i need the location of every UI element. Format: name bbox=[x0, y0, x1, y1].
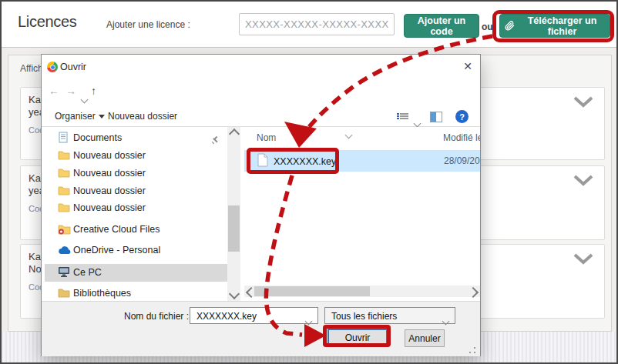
file-modified-date: 28/09/201 bbox=[444, 155, 480, 166]
dialog-title: Ouvrir bbox=[60, 62, 86, 72]
pin-icon bbox=[211, 133, 220, 147]
filename-label: Nom du fichier : bbox=[124, 311, 189, 322]
folder-icon bbox=[58, 149, 70, 162]
resize-grip[interactable] bbox=[469, 347, 475, 353]
sidebar-item-label: Nouveau dossier bbox=[73, 202, 146, 213]
preview-pane-icon[interactable] bbox=[430, 112, 442, 122]
file-row-key[interactable]: XXXXXXX.key 28/09/201 bbox=[244, 150, 480, 172]
paperclip-icon bbox=[505, 21, 515, 31]
scroll-up-icon[interactable] bbox=[229, 129, 240, 139]
add-license-label: Ajouter une licence : bbox=[106, 19, 190, 30]
sidebar-scrollbar[interactable] bbox=[227, 127, 240, 301]
sidebar-item-nouveau-dossier[interactable]: Nouveau dossier bbox=[42, 167, 226, 181]
chrome-icon bbox=[47, 62, 58, 72]
file-name: XXXXXXX.key bbox=[274, 156, 336, 167]
sidebar-item-label: Nouveau dossier bbox=[73, 150, 146, 161]
card-title-fragment: Ka bbox=[29, 251, 41, 262]
sidebar-item-label: Documents bbox=[73, 132, 122, 143]
documents-icon bbox=[58, 132, 70, 144]
sidebar-item-creative-cloud-files[interactable]: Creative Cloud Files bbox=[42, 223, 226, 237]
up-arrow-icon[interactable]: ↑ bbox=[91, 85, 96, 97]
cancel-button[interactable]: Annuler bbox=[405, 329, 445, 347]
licences-page: Licences Ajouter une licence : Ajouter u… bbox=[0, 0, 618, 364]
column-chevron-icon[interactable] bbox=[346, 127, 351, 141]
scroll-right-icon[interactable] bbox=[468, 287, 479, 298]
onedrive-cloud-icon bbox=[58, 244, 70, 256]
sidebar-item-label: Nouveau dossier bbox=[73, 168, 146, 179]
open-file-dialog: Ouvrir ✕ ← → ↑ « KES 10 clés › 00000001 bbox=[41, 54, 481, 356]
top-bar: Licences Ajouter une licence : Ajouter u… bbox=[2, 2, 616, 48]
view-mode-icon[interactable] bbox=[397, 112, 408, 122]
chevron-down-icon[interactable] bbox=[306, 313, 311, 327]
sidebar-item-bibliotheques[interactable]: Bibliothèques bbox=[42, 287, 226, 301]
organize-label: Organiser bbox=[55, 111, 96, 122]
add-code-label: Ajouter un code bbox=[409, 15, 474, 37]
back-arrow-icon[interactable]: ← bbox=[49, 85, 59, 97]
chevron-down-icon bbox=[443, 313, 448, 327]
card-title-fragment: Ka bbox=[29, 94, 41, 105]
sidebar-item-nouveau-dossier[interactable]: Nouveau dossier bbox=[42, 202, 226, 215]
scrollbar-thumb[interactable] bbox=[228, 205, 240, 252]
chevron-down-icon[interactable] bbox=[573, 252, 593, 265]
chevron-down-icon[interactable] bbox=[573, 95, 593, 108]
card-title-fragment: No bbox=[29, 263, 42, 275]
folder-icon bbox=[58, 185, 70, 197]
forward-arrow-icon[interactable]: → bbox=[65, 85, 76, 97]
caret-down-icon bbox=[99, 115, 105, 119]
sidebar-item-label: Nouveau dossier bbox=[73, 185, 146, 196]
folder-icon bbox=[58, 202, 70, 214]
upload-file-button[interactable]: Télécharger un fichier bbox=[499, 14, 610, 38]
filename-combobox[interactable] bbox=[190, 307, 318, 324]
chevron-down-icon[interactable] bbox=[573, 174, 593, 186]
organize-menu[interactable]: Organiser bbox=[55, 111, 105, 122]
cancel-button-label: Annuler bbox=[408, 333, 440, 344]
scroll-down-icon[interactable] bbox=[229, 289, 240, 299]
history-dropdown-icon[interactable] bbox=[82, 92, 87, 105]
or-text: ou bbox=[482, 22, 493, 32]
creative-cloud-folder-icon bbox=[58, 223, 70, 235]
filelist-horizontal-scrollbar[interactable] bbox=[244, 286, 480, 297]
libraries-folder-icon bbox=[58, 287, 70, 299]
dialog-toolbar: Organiser Nouveau dossier ? bbox=[42, 107, 480, 127]
open-button-label: Ouvrir bbox=[345, 332, 371, 343]
sidebar-item-ce-pc[interactable]: Ce PC bbox=[42, 266, 226, 280]
help-icon[interactable]: ? bbox=[455, 110, 469, 123]
card-title-fragment: Ka bbox=[29, 172, 41, 184]
computer-icon bbox=[58, 266, 70, 279]
new-folder-button[interactable]: Nouveau dossier bbox=[108, 111, 177, 122]
sidebar-item-nouveau-dossier[interactable]: Nouveau dossier bbox=[42, 149, 226, 163]
column-header-name[interactable]: Nom bbox=[257, 132, 276, 143]
folder-icon bbox=[58, 167, 70, 179]
dialog-titlebar[interactable]: Ouvrir ✕ bbox=[42, 55, 480, 80]
scrollbar-thumb[interactable] bbox=[254, 286, 370, 296]
filetype-value: Tous les fichiers bbox=[331, 311, 397, 322]
sidebar-item-label: Bibliothèques bbox=[73, 288, 131, 299]
dialog-footer: Nom du fichier : Tous les fichiers Ouvri… bbox=[42, 301, 480, 356]
page-title: Licences bbox=[18, 13, 77, 31]
sidebar-item-label: Creative Cloud Files bbox=[73, 224, 160, 235]
sidebar-item-label: OneDrive - Personal bbox=[73, 245, 160, 255]
dialog-nav-row: ← → ↑ « KES 10 clés › 00000001 bbox=[42, 80, 480, 107]
license-code-input[interactable] bbox=[239, 13, 395, 35]
sidebar-item-documents[interactable]: Documents bbox=[42, 132, 226, 145]
upload-file-label: Télécharger un fichier bbox=[519, 15, 605, 37]
sidebar-item-onedrive[interactable]: OneDrive - Personal bbox=[42, 244, 226, 258]
filetype-select[interactable]: Tous les fichiers bbox=[324, 307, 455, 324]
file-icon bbox=[257, 153, 268, 170]
filename-input[interactable] bbox=[195, 309, 298, 324]
column-header-modified[interactable]: Modifié le bbox=[443, 132, 480, 143]
close-icon[interactable]: ✕ bbox=[460, 58, 475, 74]
add-code-button[interactable]: Ajouter un code bbox=[404, 14, 479, 38]
sidebar-item-nouveau-dossier[interactable]: Nouveau dossier bbox=[42, 185, 226, 199]
sidebar-item-label: Ce PC bbox=[73, 267, 102, 278]
open-button[interactable]: Ouvrir bbox=[327, 329, 388, 347]
dialog-main: Documents Nouveau dossier Nouveau dossie… bbox=[42, 127, 480, 301]
